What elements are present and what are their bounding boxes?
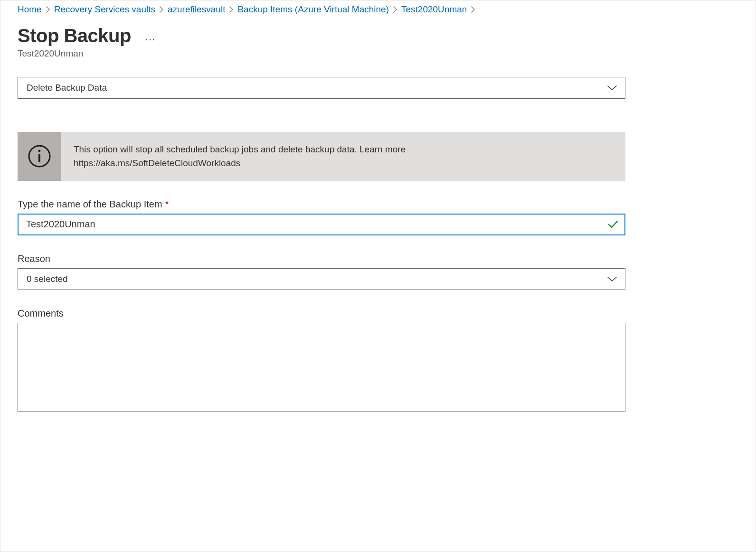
breadcrumb-link-vault[interactable]: azurefilesvault bbox=[168, 4, 225, 15]
breadcrumb-link-recovery-services-vaults[interactable]: Recovery Services vaults bbox=[54, 4, 155, 15]
page-title: Stop Backup bbox=[18, 25, 131, 47]
svg-rect-2 bbox=[38, 154, 40, 162]
breadcrumb-link-item[interactable]: Test2020Unman bbox=[401, 4, 467, 15]
chevron-right-icon bbox=[229, 6, 234, 13]
chevron-down-icon bbox=[607, 84, 617, 91]
backup-action-value: Delete Backup Data bbox=[27, 83, 107, 93]
more-actions-button[interactable]: ··· bbox=[145, 28, 155, 45]
breadcrumb-link-backup-items[interactable]: Backup Items (Azure Virtual Machine) bbox=[237, 4, 389, 15]
reason-value: 0 selected bbox=[27, 274, 68, 284]
required-indicator: * bbox=[165, 199, 169, 209]
breadcrumb: Home Recovery Services vaults azurefiles… bbox=[0, 0, 756, 17]
info-banner-line1: This option will stop all scheduled back… bbox=[74, 144, 406, 154]
page-subtitle: Test2020Unman bbox=[18, 48, 738, 59]
backup-item-name-label: Type the name of the Backup Item* bbox=[18, 199, 625, 210]
breadcrumb-link-home[interactable]: Home bbox=[18, 4, 42, 15]
info-banner: This option will stop all scheduled back… bbox=[18, 132, 625, 181]
backup-item-name-input[interactable] bbox=[18, 214, 625, 235]
chevron-right-icon bbox=[46, 6, 50, 13]
reason-label: Reason bbox=[18, 253, 625, 264]
chevron-right-icon bbox=[393, 6, 397, 13]
svg-point-1 bbox=[38, 150, 41, 152]
comments-label: Comments bbox=[18, 308, 625, 319]
reason-select[interactable]: 0 selected bbox=[18, 268, 625, 290]
comments-textarea[interactable] bbox=[18, 323, 625, 412]
chevron-right-icon bbox=[159, 6, 164, 13]
backup-action-select[interactable]: Delete Backup Data bbox=[18, 77, 625, 99]
chevron-right-icon bbox=[471, 6, 475, 13]
chevron-down-icon bbox=[607, 276, 617, 282]
info-banner-link[interactable]: https://aka.ms/SoftDeleteCloudWorkloads bbox=[74, 158, 240, 168]
info-icon bbox=[18, 132, 61, 181]
